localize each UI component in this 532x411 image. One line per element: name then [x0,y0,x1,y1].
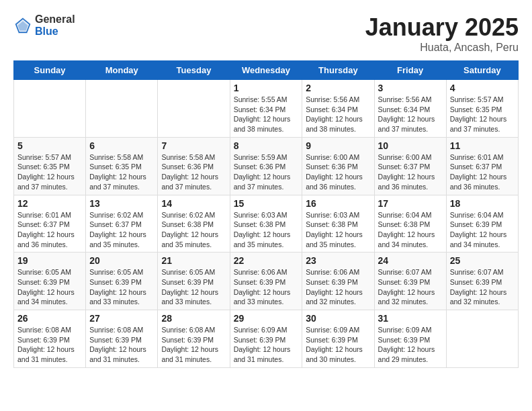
day-number: 5 [17,140,82,151]
weekday-header-tuesday: Tuesday [158,61,230,80]
logo-general-label: General [35,13,75,26]
day-number: 24 [378,255,443,266]
calendar-cell [446,310,518,368]
calendar-cell: 7Sunrise: 5:58 AM Sunset: 6:36 PM Daylig… [158,137,230,195]
calendar-cell: 3Sunrise: 5:56 AM Sunset: 6:34 PM Daylig… [374,80,446,138]
calendar-cell: 14Sunrise: 6:02 AM Sunset: 6:38 PM Dayli… [158,195,230,253]
day-info: Sunrise: 6:03 AM Sunset: 6:38 PM Dayligh… [234,210,299,250]
calendar-cell [158,80,230,138]
calendar-cell: 25Sunrise: 6:07 AM Sunset: 6:39 PM Dayli… [446,253,518,310]
day-info: Sunrise: 6:05 AM Sunset: 6:39 PM Dayligh… [17,267,82,307]
day-number: 22 [234,255,299,266]
calendar-cell: 20Sunrise: 6:05 AM Sunset: 6:39 PM Dayli… [86,253,158,310]
calendar-title: January 2025 [365,13,519,42]
day-number: 2 [306,83,370,93]
calendar-table: SundayMondayTuesdayWednesdayThursdayFrid… [13,60,519,368]
calendar-cell [14,80,86,138]
calendar-body: 1Sunrise: 5:55 AM Sunset: 6:34 PM Daylig… [14,80,519,368]
calendar-cell: 16Sunrise: 6:03 AM Sunset: 6:38 PM Dayli… [302,195,374,253]
day-number: 18 [450,198,515,209]
day-info: Sunrise: 6:04 AM Sunset: 6:39 PM Dayligh… [450,210,515,250]
weekday-header-thursday: Thursday [302,61,374,80]
weekday-header-friday: Friday [374,61,446,80]
calendar-header: SundayMondayTuesdayWednesdayThursdayFrid… [14,61,519,80]
day-number: 9 [306,140,370,151]
day-number: 21 [161,255,226,266]
calendar-cell: 1Sunrise: 5:55 AM Sunset: 6:34 PM Daylig… [230,80,302,138]
day-info: Sunrise: 5:59 AM Sunset: 6:36 PM Dayligh… [234,152,299,192]
calendar-cell: 4Sunrise: 5:57 AM Sunset: 6:35 PM Daylig… [446,80,518,138]
day-number: 1 [234,83,299,93]
calendar-week-row: 12Sunrise: 6:01 AM Sunset: 6:37 PM Dayli… [14,195,519,253]
calendar-cell: 22Sunrise: 6:06 AM Sunset: 6:39 PM Dayli… [230,253,302,310]
day-info: Sunrise: 5:56 AM Sunset: 6:34 PM Dayligh… [378,95,443,134]
day-info: Sunrise: 6:01 AM Sunset: 6:37 PM Dayligh… [17,210,82,250]
day-info: Sunrise: 5:58 AM Sunset: 6:35 PM Dayligh… [89,152,154,192]
day-info: Sunrise: 6:07 AM Sunset: 6:39 PM Dayligh… [450,267,515,307]
calendar-cell: 13Sunrise: 6:02 AM Sunset: 6:37 PM Dayli… [86,195,158,253]
calendar-cell: 5Sunrise: 5:57 AM Sunset: 6:35 PM Daylig… [14,137,86,195]
day-info: Sunrise: 6:07 AM Sunset: 6:39 PM Dayligh… [378,267,443,307]
day-number: 10 [378,140,443,151]
day-info: Sunrise: 6:05 AM Sunset: 6:39 PM Dayligh… [161,267,226,307]
weekday-header-row: SundayMondayTuesdayWednesdayThursdayFrid… [14,61,519,80]
calendar-cell: 29Sunrise: 6:09 AM Sunset: 6:39 PM Dayli… [230,310,302,368]
day-info: Sunrise: 5:55 AM Sunset: 6:34 PM Dayligh… [234,95,299,134]
day-number: 12 [17,198,82,209]
calendar-cell: 21Sunrise: 6:05 AM Sunset: 6:39 PM Dayli… [158,253,230,310]
day-info: Sunrise: 6:09 AM Sunset: 6:39 PM Dayligh… [234,325,299,365]
day-info: Sunrise: 5:56 AM Sunset: 6:34 PM Dayligh… [306,95,370,134]
day-number: 8 [234,140,299,151]
logo-blue-label: Blue [35,26,75,38]
calendar-cell: 31Sunrise: 6:09 AM Sunset: 6:39 PM Dayli… [374,310,446,368]
day-number: 3 [378,83,443,93]
logo-text: General Blue [35,13,75,37]
day-number: 6 [89,140,154,151]
calendar-cell: 17Sunrise: 6:04 AM Sunset: 6:38 PM Dayli… [374,195,446,253]
calendar-cell [86,80,158,138]
day-number: 17 [378,198,443,209]
day-number: 30 [306,313,370,324]
calendar-week-row: 1Sunrise: 5:55 AM Sunset: 6:34 PM Daylig… [14,80,519,138]
calendar-week-row: 26Sunrise: 6:08 AM Sunset: 6:39 PM Dayli… [14,310,519,368]
day-info: Sunrise: 5:57 AM Sunset: 6:35 PM Dayligh… [17,152,82,192]
day-number: 16 [306,198,370,209]
calendar-cell: 24Sunrise: 6:07 AM Sunset: 6:39 PM Dayli… [374,253,446,310]
day-info: Sunrise: 6:02 AM Sunset: 6:38 PM Dayligh… [161,210,226,250]
day-info: Sunrise: 6:00 AM Sunset: 6:36 PM Dayligh… [306,152,370,192]
calendar-cell: 6Sunrise: 5:58 AM Sunset: 6:35 PM Daylig… [86,137,158,195]
calendar-cell: 11Sunrise: 6:01 AM Sunset: 6:37 PM Dayli… [446,137,518,195]
logo: General Blue [13,13,75,37]
day-number: 15 [234,198,299,209]
calendar-cell: 27Sunrise: 6:08 AM Sunset: 6:39 PM Dayli… [86,310,158,368]
day-info: Sunrise: 6:00 AM Sunset: 6:37 PM Dayligh… [378,152,443,192]
day-number: 7 [161,140,226,151]
day-info: Sunrise: 6:04 AM Sunset: 6:38 PM Dayligh… [378,210,443,250]
calendar-cell: 26Sunrise: 6:08 AM Sunset: 6:39 PM Dayli… [14,310,86,368]
day-info: Sunrise: 5:57 AM Sunset: 6:35 PM Dayligh… [450,95,515,134]
day-number: 19 [17,255,82,266]
day-number: 23 [306,255,370,266]
weekday-header-saturday: Saturday [446,61,518,80]
weekday-header-monday: Monday [86,61,158,80]
day-number: 28 [161,313,226,324]
day-info: Sunrise: 6:01 AM Sunset: 6:37 PM Dayligh… [450,152,515,192]
day-info: Sunrise: 6:08 AM Sunset: 6:39 PM Dayligh… [17,325,82,365]
calendar-cell: 2Sunrise: 5:56 AM Sunset: 6:34 PM Daylig… [302,80,374,138]
calendar-subtitle: Huata, Ancash, Peru [365,42,519,54]
calendar-cell: 23Sunrise: 6:06 AM Sunset: 6:39 PM Dayli… [302,253,374,310]
calendar-cell: 10Sunrise: 6:00 AM Sunset: 6:37 PM Dayli… [374,137,446,195]
day-info: Sunrise: 6:08 AM Sunset: 6:39 PM Dayligh… [161,325,226,365]
day-number: 13 [89,198,154,209]
logo-icon [13,16,32,35]
calendar-week-row: 19Sunrise: 6:05 AM Sunset: 6:39 PM Dayli… [14,253,519,310]
calendar-cell: 28Sunrise: 6:08 AM Sunset: 6:39 PM Dayli… [158,310,230,368]
day-number: 11 [450,140,515,151]
calendar-cell: 19Sunrise: 6:05 AM Sunset: 6:39 PM Dayli… [14,253,86,310]
day-number: 25 [450,255,515,266]
day-info: Sunrise: 6:03 AM Sunset: 6:38 PM Dayligh… [306,210,370,250]
day-info: Sunrise: 6:09 AM Sunset: 6:39 PM Dayligh… [306,325,370,365]
title-block: January 2025 Huata, Ancash, Peru [365,13,519,54]
day-info: Sunrise: 6:06 AM Sunset: 6:39 PM Dayligh… [306,267,370,307]
weekday-header-sunday: Sunday [14,61,86,80]
